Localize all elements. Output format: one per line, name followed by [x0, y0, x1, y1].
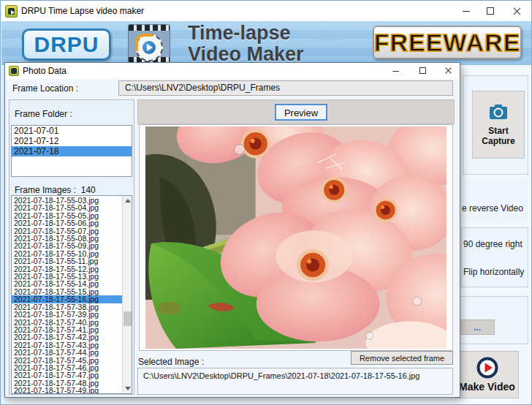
selected-image-label: Selected Image :: [138, 357, 204, 367]
reverse-video-section: [458, 179, 528, 222]
start-capture-button[interactable]: Start Capture: [472, 91, 525, 159]
dialog-icon: [9, 66, 19, 76]
dialog-minimize-button[interactable]: [385, 63, 407, 79]
preview-toolbar: Preview: [137, 99, 455, 124]
frame-location-label: Frame Location :: [12, 83, 78, 94]
photo-data-dialog: Photo Data Frame Location : C:\Users\LNV…: [4, 62, 460, 398]
banner-title: Time-lapse Video Maker: [188, 23, 304, 65]
frame-images-count: 140: [81, 185, 96, 195]
remove-selected-frame-button[interactable]: Remove selected frame: [351, 351, 453, 365]
browse-button[interactable]: ...: [460, 319, 495, 335]
folder-list-item[interactable]: 2021-07-18: [12, 146, 132, 156]
flower-center: [241, 129, 270, 158]
maximize-button[interactable]: [479, 1, 503, 21]
window-title: DRPU Time Lapse video maker: [21, 6, 144, 16]
folder-list-item[interactable]: 2021-07-12: [12, 136, 132, 146]
app-window: DRPU Time Lapse video maker DRPU Time-la…: [0, 0, 532, 405]
preview-button[interactable]: Preview: [275, 104, 327, 121]
selected-image-path-field[interactable]: C:\Users\LNV2\Desktop\DRPU_Frames\2021-0…: [137, 368, 453, 395]
flower-photo: [145, 126, 446, 349]
freeware-badge: FREEWARE: [373, 26, 522, 59]
make-reverse-video-label[interactable]: e reverse Video: [462, 203, 523, 213]
rotate-groupbox: [461, 227, 528, 287]
close-button[interactable]: [505, 1, 530, 21]
preview-image: [139, 124, 453, 351]
image-list-item[interactable]: 2021-07-18-17-57-49.jpg: [12, 387, 122, 394]
dialog-maximize-button[interactable]: [412, 63, 434, 79]
scroll-down-arrow[interactable]: [123, 384, 132, 393]
scrollbar-thumb[interactable]: [123, 311, 132, 326]
rotate-90-right-label[interactable]: 90 degree right: [463, 239, 522, 249]
make-video-button[interactable]: Make Video: [455, 351, 519, 398]
dialog-title: Photo Data: [23, 66, 66, 76]
frame-images-label: Frame Images : 140: [15, 185, 96, 195]
image-list-scrollbar[interactable]: [122, 196, 132, 393]
dialog-close-button[interactable]: [438, 63, 460, 79]
left-panel: Frame Folder : 2021-07-012021-07-122021-…: [9, 99, 134, 395]
frame-folder-label: Frame Folder :: [15, 109, 72, 119]
image-list-item[interactable]: 2021-07-18-17-57-39.jpg: [12, 311, 122, 318]
app-icon: [5, 5, 18, 18]
minimize-button[interactable]: [454, 1, 479, 21]
folder-list-item[interactable]: 2021-07-01: [12, 126, 132, 136]
app-banner: DRPU Time-lapse Video Maker FREEWARE: [1, 21, 532, 65]
dialog-titlebar: Photo Data: [5, 63, 460, 79]
start-capture-label: Start Capture: [476, 126, 520, 146]
drpu-logo: DRPU: [22, 29, 111, 61]
frame-folder-list[interactable]: 2021-07-012021-07-122021-07-18: [11, 125, 132, 177]
scroll-up-arrow[interactable]: [123, 196, 132, 205]
frame-location-field[interactable]: C:\Users\LNV2\Desktop\DRPU_Frames: [118, 80, 453, 96]
camera-icon: [489, 104, 508, 120]
image-list-item[interactable]: 2021-07-18-17-57-44.jpg: [12, 349, 122, 356]
play-icon: [476, 357, 498, 379]
flip-horizontally-label[interactable]: Flip horizontally: [463, 267, 524, 277]
make-video-label: Make Video: [459, 381, 515, 393]
main-titlebar: DRPU Time Lapse video maker: [1, 1, 531, 21]
frame-images-list[interactable]: 2021-07-18-17-55-03.jpg2021-07-18-17-55-…: [11, 195, 132, 394]
timelapse-app-icon: [128, 24, 170, 64]
